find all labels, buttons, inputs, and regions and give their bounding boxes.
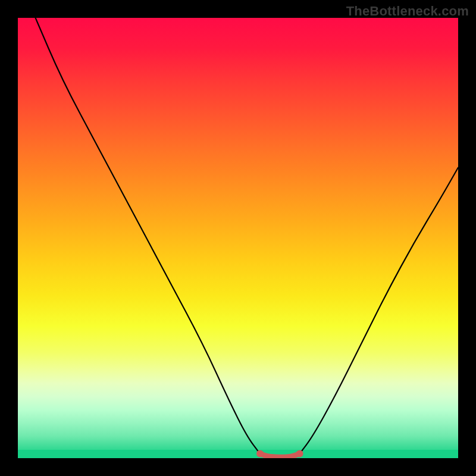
curve-flat-min xyxy=(260,454,300,458)
watermark-text: TheBottleneck.com xyxy=(346,4,469,19)
curve-right-branch xyxy=(300,168,458,454)
chart-container xyxy=(18,18,458,458)
chart-svg xyxy=(18,18,458,458)
min-endpoint-right xyxy=(296,450,303,458)
min-endpoint-left xyxy=(256,450,264,458)
curve-left-branch xyxy=(36,18,260,454)
